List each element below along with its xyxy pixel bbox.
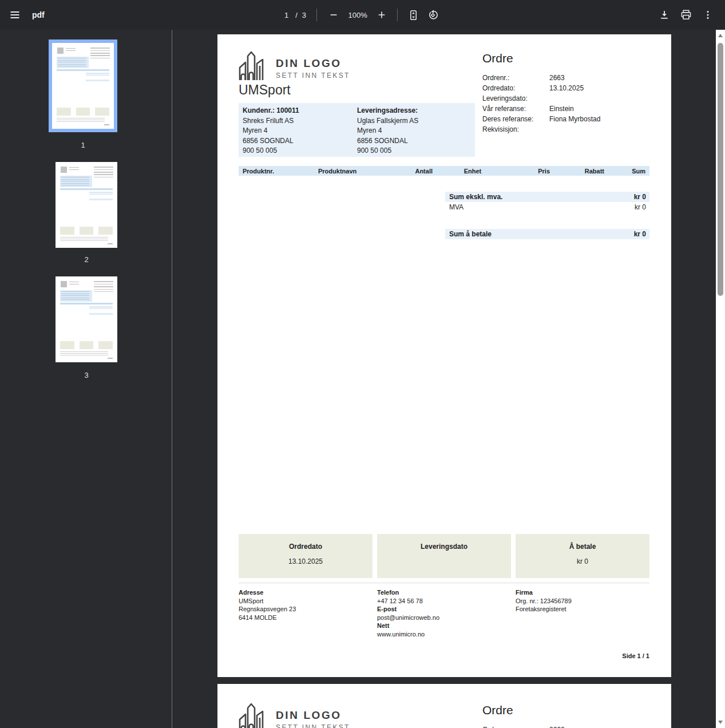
column-header: Pris [513, 168, 550, 175]
document-page-2: DIN LOGO SETT INN TEKST Ordre Ordrenr.: … [217, 684, 671, 728]
order-info-row: Leveringsdato: [482, 93, 649, 104]
order-info-label: Deres referanse: [482, 114, 549, 124]
logo-subtitle: SETT INN TEKST [276, 723, 350, 728]
footer-email-title: E-post [377, 605, 439, 614]
page-number-input[interactable]: 1 [284, 11, 288, 19]
mini-footer-lines [60, 237, 108, 242]
thumbnail-page-number[interactable]: 2 [52, 255, 121, 264]
scroll-down-arrow[interactable] [718, 721, 723, 724]
column-header: Enhet [433, 168, 513, 175]
footer-phone-title: Telefon [377, 588, 439, 597]
fit-to-page-button[interactable] [406, 7, 421, 22]
mini-table-header [57, 69, 110, 71]
scroll-up-arrow[interactable] [718, 34, 723, 37]
thumbnail-page-number[interactable]: 1 [49, 141, 117, 149]
order-info-label: Ordrenr.: [482, 725, 549, 728]
vat-value: kr 0 [635, 203, 646, 211]
pdf-viewer: pdf 1 / 3 100% [0, 0, 725, 728]
logo-title: DIN LOGO [276, 57, 350, 70]
footer-phone: +47 12 34 56 78 [377, 597, 439, 606]
document-title: pdf [32, 10, 45, 19]
order-info-value: 2663 [549, 73, 565, 83]
scrollbar-thumb[interactable] [718, 43, 723, 296]
toolbar: pdf 1 / 3 100% [0, 0, 725, 30]
column-header: Antall [410, 168, 433, 175]
mini-summary-boxes [60, 341, 113, 349]
shipping-line: 900 50 005 [357, 146, 472, 156]
items-table-header: Produktnr. Produktnavn Antall Enhet Pris… [239, 166, 649, 176]
page-thumbnail-1[interactable] [49, 39, 117, 132]
order-info-row: Ordrenr.: 2662 [482, 725, 649, 728]
logo-subtitle: SETT INN TEKST [276, 72, 350, 80]
order-info-value: Einstein [549, 104, 574, 114]
mini-table-header [60, 303, 113, 304]
billing-line: 900 50 005 [243, 146, 357, 156]
shipping-line: Myren 4 [357, 126, 472, 136]
zoom-level[interactable]: 100% [346, 11, 370, 19]
footer-address: Adresse UMSport Regnskapsvegen 23 6414 M… [239, 588, 296, 622]
zoom-in-button[interactable] [374, 7, 389, 22]
download-icon [659, 9, 670, 21]
mini-footer-lines [57, 118, 105, 122]
total-row: Sum å betale kr 0 [445, 229, 649, 239]
order-info: Ordre Ordrenr.: 2663 Ordredato: 13.10.20… [482, 52, 649, 134]
footer-web-title: Nett [377, 622, 439, 630]
order-info: Ordre Ordrenr.: 2662 [482, 703, 649, 728]
toolbar-divider [397, 9, 398, 21]
footer-address-line: UMSport [239, 597, 296, 606]
minus-icon [328, 10, 339, 20]
order-info-value: 13.10.2025 [549, 83, 584, 93]
vat-label: MVA [449, 203, 463, 211]
footer-address-line: Regnskapsvegen 23 [239, 605, 296, 614]
order-info-label: Rekvisisjon: [482, 124, 549, 134]
logo-title: DIN LOGO [276, 709, 350, 722]
billing-line: Myren 4 [243, 126, 357, 136]
print-button[interactable] [677, 6, 695, 24]
page-thumbnail-3[interactable] [56, 276, 117, 362]
more-options-button[interactable] [699, 6, 717, 24]
page-separator: / [295, 11, 298, 19]
buildings-logo-icon [239, 702, 266, 728]
order-title: Ordre [482, 703, 649, 717]
thumbnail-sidebar: 1 2 [0, 30, 172, 728]
footer-address-line: 6414 MOLDE [239, 614, 296, 622]
customer-number: Kundenr.: 100011 [243, 106, 357, 116]
customer-info-box: Kundenr.: 100011 Shreks Friluft AS Myren… [239, 103, 475, 157]
buildings-logo-icon [239, 50, 266, 81]
company-logo: DIN LOGO SETT INN TEKST [239, 702, 350, 728]
page-thumbnail-2[interactable] [56, 162, 117, 248]
zoom-out-button[interactable] [326, 7, 341, 22]
mini-logo [57, 48, 64, 54]
order-info-row: Rekvisisjon: [482, 124, 649, 134]
summary-boxes: Ordredato 13.10.2025 Leveringsdato Å bet… [239, 534, 649, 578]
order-title: Ordre [482, 52, 649, 65]
download-button[interactable] [655, 6, 674, 24]
order-info-label: Ordredato: [482, 83, 549, 93]
mini-logo [61, 167, 67, 173]
column-header: Produktnavn [318, 168, 410, 175]
rotate-ccw-icon [427, 10, 438, 21]
footer-email: post@unimicroweb.no [377, 614, 439, 622]
mini-logo [61, 281, 67, 287]
summary-box-label: Å betale [516, 534, 649, 551]
menu-button[interactable] [6, 6, 24, 24]
mini-sum-rows [89, 192, 113, 201]
footer-address-title: Adresse [239, 588, 296, 597]
mini-header-lines [66, 48, 76, 53]
thumbnail-page-number[interactable]: 3 [52, 371, 121, 379]
column-header: Rabatt [550, 168, 604, 175]
footer-web: www.unimicro.no [377, 630, 439, 639]
rotate-button[interactable] [425, 7, 440, 22]
summary-box-label: Leveringsdato [377, 534, 511, 551]
shipping-line: Uglas Fallskjerm AS [357, 116, 472, 126]
plus-icon [377, 10, 387, 20]
summary-box-label: Ordredato [239, 534, 373, 551]
mini-page-label [108, 243, 113, 244]
vat-row: MVA kr 0 [445, 202, 649, 212]
order-info-row: Ordredato: 13.10.2025 [482, 83, 649, 93]
mini-summary-boxes [60, 227, 113, 235]
mini-page-label [108, 358, 113, 359]
delivery-date-box: Leveringsdato [377, 534, 511, 578]
billing-address: Kundenr.: 100011 Shreks Friluft AS Myren… [243, 106, 357, 157]
toolbar-divider [316, 9, 317, 21]
